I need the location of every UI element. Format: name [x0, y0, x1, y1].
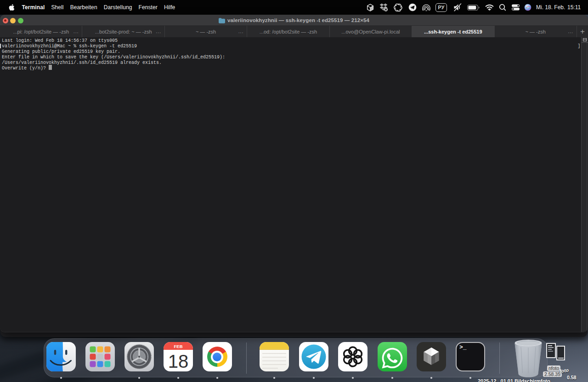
svg-text:18: 18: [168, 351, 188, 371]
svg-text:FEB: FEB: [174, 344, 182, 349]
